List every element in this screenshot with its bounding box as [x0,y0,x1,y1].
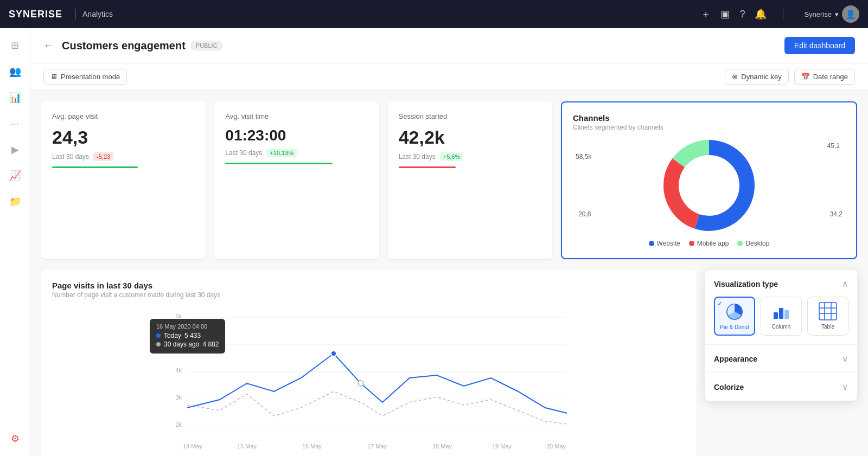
app-name: Analytics [82,10,113,18]
user-menu[interactable]: Synerise ▾ 👤 [804,5,859,23]
nav-divider-2 [783,9,783,20]
monitor-icon: 🖥 [50,73,58,81]
dynamic-key-button[interactable]: ⊗ Dynamic key [725,69,788,85]
stat-card-session: Session started 42,2k Last 30 days +5,6% [388,101,552,259]
nav-divider [75,9,76,20]
stat-value-2: 42,2k [399,127,541,148]
legend-label-mobile: Mobile app [697,240,729,247]
colorize-header[interactable]: Colorize ∨ [714,382,848,392]
legend-dot-mobile [689,241,694,246]
back-button[interactable]: ← [43,40,53,52]
sidebar-item-play[interactable]: ▶ [4,139,26,160]
close-icon: ⊗ [732,73,738,81]
sidebar-item-settings[interactable]: ⚙ [4,428,26,449]
stat-period-2: Last 30 days [399,153,436,160]
tooltip-dot-ago [156,342,161,346]
chart-subtitle: Number of page visit a customer made dur… [52,291,686,299]
stat-label-2: Session started [399,112,541,120]
tooltip-row-today: Today 5 433 [156,332,219,339]
stat-period-1: Last 30 days [225,149,262,157]
reports-icon: 📊 [9,92,21,104]
sidebar-item-reports[interactable]: 📊 [4,87,26,108]
toolbar: 🖥 Presentation mode ⊗ Dynamic key 📅 Date… [30,63,868,91]
page-title: Customers engagement [62,40,186,52]
svg-rect-24 [779,308,783,319]
date-range-button[interactable]: 📅 Date range [794,69,855,85]
sidebar-item-more[interactable]: ··· [4,113,26,134]
bell-icon[interactable]: 🔔 [755,8,767,20]
legend-label-desktop: Desktop [745,240,769,247]
viz-type-table[interactable]: Table [807,297,848,336]
sidebar-item-users[interactable]: 👥 [4,61,26,82]
viz-type-column[interactable]: Column [761,297,802,336]
pie-icon-svg [725,302,744,322]
svg-rect-23 [774,312,778,319]
legend-item-website: Website [649,240,680,247]
legend-item-mobile: Mobile app [689,240,729,247]
stat-badge-1: +10,13% [266,149,297,157]
svg-text:17 May: 17 May [367,443,387,449]
more-icon: ··· [11,118,19,130]
users-icon: 👥 [9,66,21,78]
tooltip-ago-value: 4 882 [202,341,219,348]
sidebar-item-analytics[interactable]: 📈 [4,165,26,187]
logo: SYNERISE [9,9,62,20]
tooltip-today-label: Today [164,332,181,339]
viz-type-pie[interactable]: ✓ Pie & Donut [714,297,755,336]
channels-title: Channels [573,113,845,123]
colorize-section: Colorize ∨ [705,373,857,401]
table-icon-svg [818,301,838,321]
folder-icon: 📁 [9,196,21,208]
viz-type-section: Visualization type ∧ ✓ [705,270,857,345]
sidebar-item-dashboard[interactable]: ⊞ [4,35,26,56]
bottom-section: Page visits in last 30 days Number of pa… [41,270,857,456]
line-chart-card: Page visits in last 30 days Number of pa… [41,270,697,456]
viz-type-column-label: Column [772,324,790,330]
chevron-down-icon-colorize: ∨ [842,382,848,392]
channels-card: Channels Clinets segmented by channels [561,101,857,259]
grid-icon: ⊞ [11,40,19,52]
visualization-panel: Visualization type ∧ ✓ [705,270,857,401]
stat-card-avg-visit-time: Avg. visit time 01:23:00 Last 30 days +1… [214,101,379,259]
stat-card-avg-page-visit: Avg. page visit 24,3 Last 30 days -5,23 [41,101,206,259]
page-header: ← Customers engagement PUBLIC Edit dashb… [30,28,868,63]
chevron-up-icon: ∧ [842,279,848,289]
donut-label-bottomright: 34,2 [830,210,843,218]
viz-type-table-label: Table [821,324,834,330]
tooltip-date: 16 May 2020 04:00 [156,323,219,330]
tooltip-row-ago: 30 days ago 4 882 [156,341,219,348]
stat-badge-0: -5,23 [93,152,113,161]
svg-text:4k: 4k [175,367,182,374]
stat-footer-2: Last 30 days +5,6% [399,152,541,161]
donut-svg [655,137,763,234]
svg-text:2k: 2k [175,421,182,428]
plus-icon[interactable]: ＋ [701,8,711,21]
tooltip-dot-today [156,333,161,338]
dynamic-key-label: Dynamic key [741,73,781,81]
toolbar-right: ⊗ Dynamic key 📅 Date range [725,69,855,85]
chevron-down-icon-appearance: ∨ [842,354,848,364]
line-chart-svg: 6k 5k 4k 3k 2k [52,307,686,456]
monitor-icon[interactable]: ▣ [720,8,730,20]
svg-text:19 May: 19 May [492,443,512,449]
chart-title: Page visits in last 30 days [52,281,686,290]
question-icon[interactable]: ? [739,9,745,20]
tooltip-ago-label: 30 days ago [164,341,199,348]
legend-label-website: Website [657,240,680,247]
sidebar-item-folder[interactable]: 📁 [4,191,26,213]
edit-dashboard-button[interactable]: Edit dashboard [784,37,855,54]
presentation-mode-button[interactable]: 🖥 Presentation mode [43,69,127,85]
viz-type-header[interactable]: Visualization type ∧ [714,279,848,289]
top-navigation: SYNERISE Analytics ＋ ▣ ? 🔔 Synerise ▾ 👤 [0,0,868,28]
donut-label-bottomleft: 20,8 [578,210,591,218]
svg-text:14 May: 14 May [183,443,203,449]
svg-text:15 May: 15 May [237,443,257,449]
main-content: ← Customers engagement PUBLIC Edit dashb… [30,28,868,456]
chevron-down-icon: ▾ [835,10,839,18]
svg-text:18 May: 18 May [432,443,452,449]
appearance-header[interactable]: Appearance ∨ [714,354,848,364]
svg-point-14 [358,381,363,386]
chart-tooltip: 16 May 2020 04:00 Today 5 433 30 days ag… [150,319,225,354]
presentation-mode-label: Presentation mode [61,73,120,81]
stat-footer-1: Last 30 days +10,13% [225,149,368,157]
